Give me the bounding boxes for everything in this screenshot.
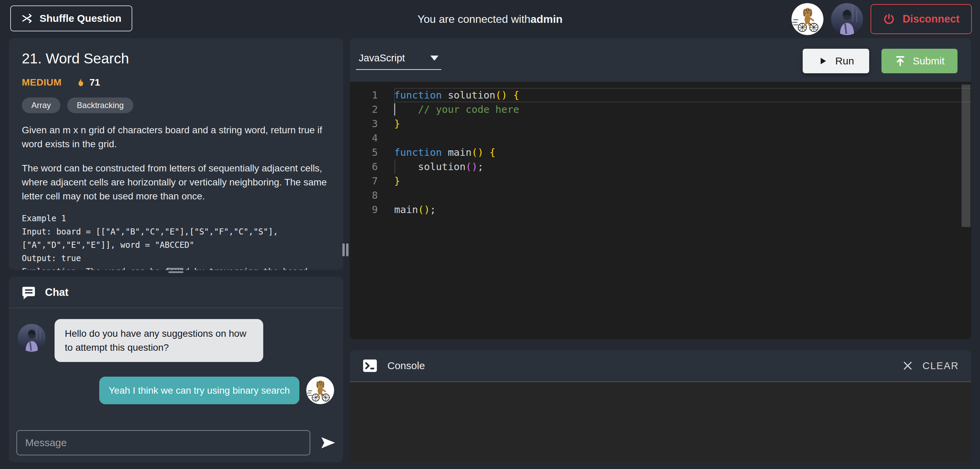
chat-title: Chat [45,286,68,299]
topbar: Shuffle Question You are connected with … [0,0,980,38]
console-panel: Console CLEAR [350,350,971,463]
question-tags: Array Backtracking [22,97,330,113]
line-number: 8 [350,188,394,202]
console-title: Console [387,360,425,372]
topbar-right-group: Disconnect [791,3,972,35]
tag-array[interactable]: Array [22,97,60,113]
chat-bubble-incoming: Hello do you have any suggestions on how… [54,319,263,362]
line-number: 9 [350,202,394,217]
question-panel: 21. Word Search MEDIUM 71 Array Backtrac… [9,38,343,270]
avatar-person[interactable] [831,3,863,35]
shuffle-icon [21,13,33,24]
console-header: Console CLEAR [350,350,971,382]
send-icon [319,434,337,452]
console-output [350,382,971,463]
play-icon [818,56,828,66]
popularity-count: 71 [90,77,100,88]
line-number: 4 [350,131,394,145]
chat-message-input[interactable] [16,430,310,455]
code-line-8[interactable]: 8 [350,188,971,202]
connection-status-text: You are connected with [417,13,531,25]
code-line-content: // your code here [394,102,971,116]
example-line: Output: true [22,252,330,265]
console-clear-label: CLEAR [923,360,959,372]
example-line: Input: board = [["A","B","C","E"],["S","… [22,225,330,238]
upload-icon [894,55,906,67]
chat-input-row [16,430,338,455]
line-number: 6 [350,159,394,174]
panel-resize-handle-horizontal[interactable] [166,268,186,273]
terminal-icon [362,358,378,374]
line-number: 1 [350,88,394,102]
editor-scrollbar[interactable] [962,84,970,227]
connection-username: admin [531,13,563,25]
question-example-block: Example 1Input: board = [["A","B","C","E… [22,212,330,270]
question-description: Given an m x n grid of characters board … [22,123,330,203]
line-number: 7 [350,174,394,188]
disconnect-button[interactable]: Disconnect [870,4,972,34]
line-number: 5 [350,145,394,159]
tag-backtracking[interactable]: Backtracking [67,97,133,113]
flame-icon [75,77,86,88]
code-line-2[interactable]: 2 // your code here [350,102,971,116]
code-line-9[interactable]: 9main(); [350,202,971,217]
code-line-content: function main() { [394,145,971,159]
shuffle-question-label: Shuffle Question [40,13,121,24]
avatar-dog[interactable] [791,3,824,35]
code-line-5[interactable]: 5function main() { [350,145,971,159]
code-line-content [394,131,971,145]
chat-header: Chat [9,277,343,308]
panel-resize-handle-vertical[interactable] [342,243,348,256]
close-icon [902,360,913,372]
code-line-1[interactable]: 1function solution() { [350,88,971,102]
chat-bubble-icon [21,285,36,300]
submit-label: Submit [913,55,945,67]
chat-bubble-outgoing: Yeah I think we can try using binary sea… [99,377,299,404]
chat-message-outgoing: Yeah I think we can try using binary sea… [18,376,334,404]
code-line-6[interactable]: 6 solution(); [350,159,971,174]
difficulty-badge: MEDIUM [22,77,62,88]
line-number: 2 [350,102,394,116]
code-line-4[interactable]: 4 [350,131,971,145]
code-line-content: } [394,174,971,188]
shuffle-question-button[interactable]: Shuffle Question [10,5,132,31]
chat-message-list: Hello do you have any suggestions on how… [9,308,343,404]
code-line-3[interactable]: 3} [350,116,971,131]
question-paragraph: Given an m x n grid of characters board … [22,123,330,151]
code-line-content: solution(); [394,159,971,174]
chat-panel: Chat Hello do you have any suggestions o… [9,277,343,462]
dog-on-bicycle-avatar-image [306,376,334,404]
chat-message-incoming: Hello do you have any suggestions on how… [18,319,334,362]
code-line-content: } [394,116,971,131]
code-line-content [394,188,971,202]
editor-toolbar: JavaScript Run Submit [350,38,971,82]
anime-person-avatar-image [18,324,46,352]
run-button[interactable]: Run [803,49,869,73]
anime-person-avatar-image [831,3,863,35]
code-line-7[interactable]: 7} [350,174,971,188]
example-line: ["A","D","E","E"]], word = "ABCCED" [22,238,330,252]
send-message-button[interactable] [318,432,338,453]
question-title: 21. Word Search [22,51,330,67]
disconnect-label: Disconnect [903,13,959,25]
code-editor[interactable]: 1function solution() {2 // your code her… [350,82,971,339]
avatar-person [18,324,46,352]
example-line: Example 1 [22,212,330,225]
code-lines: 1function solution() {2 // your code her… [350,88,971,217]
dog-on-bicycle-avatar-image [791,3,824,35]
chevron-down-icon [430,56,439,61]
code-line-content: main(); [394,202,971,217]
question-paragraph: The word can be constructed from letters… [22,162,330,203]
avatar-dog [306,376,334,404]
power-icon [883,13,895,25]
language-select[interactable]: JavaScript [356,52,441,70]
submit-button[interactable]: Submit [881,49,958,73]
code-editor-panel: JavaScript Run Submit 1function solution… [350,38,971,339]
console-clear-button[interactable]: CLEAR [902,360,959,372]
code-line-content: function solution() { [394,88,971,102]
line-number: 3 [350,116,394,131]
language-selected-value: JavaScript [359,52,405,64]
run-label: Run [835,55,854,67]
question-meta: MEDIUM 71 [22,77,330,88]
